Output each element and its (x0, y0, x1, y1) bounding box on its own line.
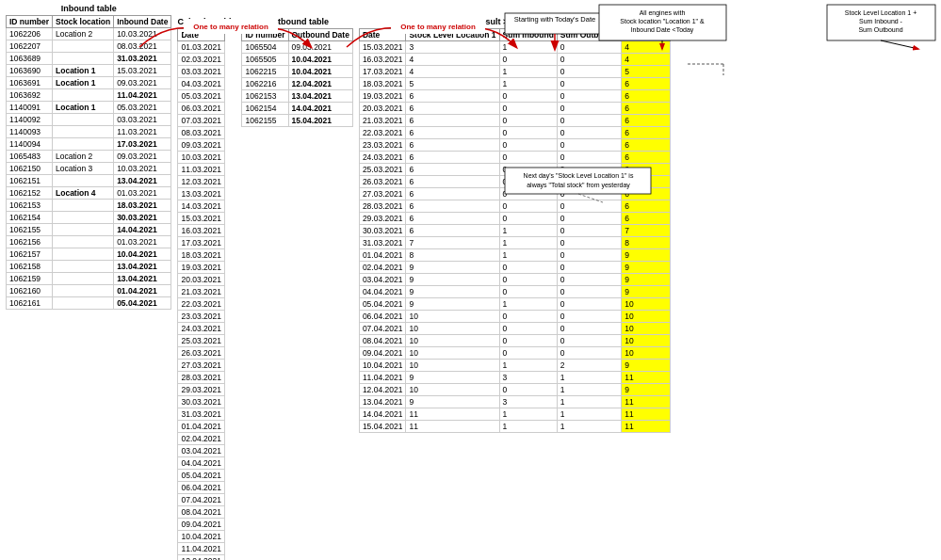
table-row: 1063691Location 109.03.2021 (7, 77, 171, 89)
outbound-table: ID number Outbound Date 106550409.03.202… (241, 28, 352, 127)
table-row: 05.04.202191010 (359, 298, 670, 311)
table-row: 106221612.04.2021 (242, 78, 352, 90)
table-row: 106215515.04.2021 (242, 115, 352, 127)
table-row: 17.03.2021 (178, 237, 225, 249)
table-row: 106215318.03.2021 (7, 200, 171, 212)
table-row: 31.03.20217108 (359, 237, 670, 249)
inbound-table: ID number Stock location Inbound Date 10… (6, 15, 171, 310)
calendar-col-date: Date (178, 29, 225, 41)
table-row: 29.03.2021 (178, 384, 225, 396)
table-row: 08.04.2021 (178, 506, 225, 519)
result-col-date: Date (359, 29, 406, 41)
table-row: 22.03.2021 (178, 298, 225, 311)
table-row: 15.04.2021111111 (359, 421, 670, 433)
inbound-col-id: ID number (7, 16, 53, 28)
table-row: 12.03.2021 (178, 176, 225, 188)
table-row: 1062152Location 401.03.2021 (7, 187, 171, 200)
table-row: 01.03.2021 (178, 41, 225, 54)
table-row: 01.04.2021 (178, 421, 225, 433)
table-row: 11.04.202193111 (359, 372, 670, 384)
inbound-title: Inbound table (6, 4, 171, 13)
table-row: 12.04.202110019 (359, 384, 670, 396)
table-row: 22.03.20216006 (359, 127, 670, 139)
table-row: 26.03.20216006 (359, 176, 670, 188)
table-row: 04.04.2021 (178, 457, 225, 470)
table-row: 106215913.04.2021 (7, 273, 171, 285)
table-row: 23.03.20216006 (359, 139, 670, 152)
table-row: 03.03.2021 (178, 66, 225, 78)
outbound-section: Outbound table ID number Outbound Date 1… (241, 17, 352, 560)
result-section: Result > Total stock Date Stock Level Lo… (359, 17, 671, 560)
table-row: 20.03.2021 (178, 274, 225, 286)
table-row: 28.03.2021 (178, 372, 225, 384)
main-container: Inbound table ID number Stock location I… (0, 0, 941, 560)
table-row: 07.04.2021 (178, 494, 225, 506)
table-row: 106550409.03.2021 (242, 41, 352, 54)
result-title: Result > Total stock (359, 17, 671, 26)
table-row: 1063690Location 115.03.2021 (7, 65, 171, 77)
table-row: 21.03.2021 (178, 286, 225, 298)
calendar-table: Date 01.03.202102.03.202103.03.202104.03… (177, 28, 225, 560)
table-row: 14.04.2021111111 (359, 408, 670, 421)
table-row: 15.03.20213104 (359, 41, 670, 54)
table-row: 31.03.2021 (178, 408, 225, 421)
table-row: 106368931.03.2021 (7, 53, 171, 65)
result-col-stock: Stock Level Location 1 (406, 29, 499, 41)
table-row: 10.03.2021 (178, 152, 225, 164)
table-row: 114009203.03.2021 (7, 114, 171, 126)
result-col-inbound: Sum Inbound (499, 29, 557, 41)
table-row: 18.03.20215106 (359, 78, 670, 90)
table-row: 1062206Location 210.03.2021 (7, 28, 171, 40)
table-row: 02.03.2021 (178, 54, 225, 66)
table-row: 106215710.04.2021 (7, 248, 171, 261)
table-row: 106215601.03.2021 (7, 236, 171, 248)
table-row: 106216001.04.2021 (7, 285, 171, 297)
table-row: 11.04.2021 (178, 543, 225, 555)
table-row: 20.03.20216006 (359, 103, 670, 115)
table-row: 12.04.2021 (178, 555, 225, 561)
table-row: 15.03.2021 (178, 213, 225, 225)
table-row: 114009417.03.2021 (7, 138, 171, 151)
table-row: 19.03.2021 (178, 262, 225, 274)
table-row: 28.03.20216006 (359, 200, 670, 213)
table-row: 106215430.03.2021 (7, 212, 171, 224)
calendar-title: Calendar table (177, 17, 235, 26)
table-row: 09.04.2021100010 (359, 347, 670, 360)
table-row: 03.04.2021 (178, 445, 225, 457)
table-row: 106550510.04.2021 (242, 54, 352, 66)
table-row: 14.03.2021 (178, 200, 225, 213)
table-row: 21.03.20216006 (359, 115, 670, 127)
table-row: 106215813.04.2021 (7, 261, 171, 273)
table-row: 13.04.202193111 (359, 396, 670, 408)
table-row: 106221510.04.2021 (242, 66, 352, 78)
table-row: 114009311.03.2021 (7, 126, 171, 138)
table-row: 05.04.2021 (178, 470, 225, 482)
table-row: 05.03.2021 (178, 90, 225, 103)
table-row: 09.04.2021 (178, 519, 225, 531)
table-row: 10.04.2021 (178, 531, 225, 543)
table-row: 26.03.2021 (178, 347, 225, 360)
table-row: 16.03.2021 (178, 225, 225, 237)
table-row: 09.03.2021 (178, 139, 225, 152)
result-col-total: Total stock (622, 29, 670, 41)
table-row: 25.03.20216006 (359, 164, 670, 176)
table-row: 1062150Location 310.03.2021 (7, 163, 171, 175)
table-row: 106215313.04.2021 (242, 90, 352, 103)
table-row: 25.03.2021 (178, 335, 225, 347)
table-row: 03.04.20219009 (359, 274, 670, 286)
table-row: 23.03.2021 (178, 311, 225, 323)
table-row: 30.03.2021 (178, 396, 225, 408)
table-row: 08.04.2021100010 (359, 335, 670, 347)
table-row: 01.04.20218109 (359, 249, 670, 262)
outbound-col-id: ID number (242, 29, 288, 41)
table-row: 11.03.2021 (178, 164, 225, 176)
table-row: 16.03.20214004 (359, 54, 670, 66)
table-row: 17.03.20214105 (359, 66, 670, 78)
table-row: 06.04.2021100010 (359, 311, 670, 323)
table-row: 1065483Location 209.03.2021 (7, 151, 171, 163)
table-row: 06.04.2021 (178, 482, 225, 494)
table-row: 18.03.2021 (178, 249, 225, 262)
table-row: 24.03.20216006 (359, 152, 670, 164)
result-col-outbound: Sum Outbound (557, 29, 621, 41)
table-row: 10.04.202110129 (359, 360, 670, 372)
